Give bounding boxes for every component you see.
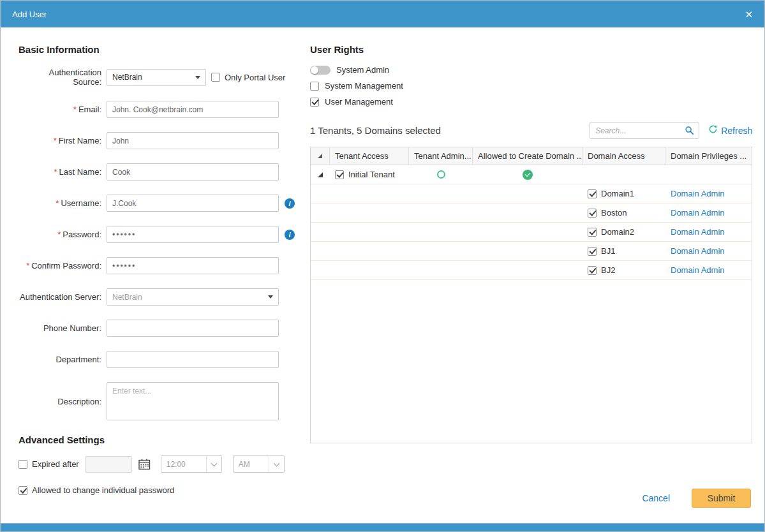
email-row: *Email: <box>19 101 299 118</box>
tenant-row: Initial Tenant <box>311 165 752 184</box>
dialog-titlebar: Add User ✕ <box>1 1 764 27</box>
required-marker: * <box>57 230 61 239</box>
system-management-label: System Management <box>325 81 403 91</box>
last-name-label: *Last Name: <box>19 167 107 177</box>
calendar-icon[interactable] <box>138 459 151 470</box>
close-icon[interactable]: ✕ <box>745 10 753 19</box>
column-header-tenant-access[interactable]: Tenant Access <box>330 147 409 165</box>
tenant-name: Initial Tenant <box>348 170 395 179</box>
domain-privilege-link[interactable]: Domain Admin <box>671 246 725 256</box>
expire-time-select[interactable]: 12:00 <box>161 455 222 473</box>
column-header-tenant-admin[interactable]: Tenant Admin... <box>409 147 473 165</box>
dialog-bottom-bar <box>1 523 764 531</box>
auth-source-select[interactable]: NetBrain <box>107 69 206 86</box>
auth-source-label: Authentication Source: <box>19 68 107 87</box>
table-header-row: Tenant Access Tenant Admin... Allowed to… <box>311 147 752 165</box>
caret-down-icon <box>268 295 273 299</box>
user-rights-section: User Rights System Admin System Manageme… <box>310 35 752 495</box>
expand-icon[interactable] <box>318 172 323 177</box>
info-icon[interactable]: i <box>285 198 295 209</box>
system-management-checkbox[interactable] <box>310 82 319 91</box>
selection-summary: 1 Tenants, 5 Domains selected <box>310 125 590 136</box>
confirm-password-label: *Confirm Password: <box>19 261 107 270</box>
department-label: Department: <box>19 355 107 364</box>
allow-change-password-checkbox[interactable] <box>19 486 27 495</box>
advanced-settings-heading: Advanced Settings <box>19 434 299 445</box>
domain-name: BJ1 <box>601 246 615 256</box>
description-row: Description: <box>19 382 299 420</box>
domain-checkbox[interactable] <box>588 209 597 218</box>
password-label: *Password: <box>19 230 107 239</box>
tenant-admin-ring-icon[interactable] <box>437 170 445 179</box>
username-row: *Username: i <box>19 195 299 212</box>
system-management-row: System Management <box>310 81 752 91</box>
required-marker: * <box>26 261 29 270</box>
column-header-domain-privileges[interactable]: Domain Privileges ... <box>665 147 752 165</box>
allowed-create-domain-check-icon[interactable] <box>523 170 533 180</box>
chevron-down-icon <box>206 456 221 472</box>
cancel-button[interactable]: Cancel <box>642 493 670 503</box>
user-management-checkbox[interactable] <box>310 98 319 107</box>
username-label: *Username: <box>19 198 107 208</box>
domain-privilege-link[interactable]: Domain Admin <box>671 265 725 275</box>
submit-button[interactable]: Submit <box>692 489 751 508</box>
auth-server-label: Authentication Server: <box>19 292 107 302</box>
email-input[interactable] <box>107 101 279 118</box>
domain-privilege-link[interactable]: Domain Admin <box>671 227 725 237</box>
domain-row: Domain2 Domain Admin <box>311 223 752 242</box>
auth-server-select[interactable]: NetBrain <box>107 288 279 306</box>
column-header-domain-access[interactable]: Domain Access <box>583 147 665 165</box>
column-header-allowed-create-domain[interactable]: Allowed to Create Domain ... <box>473 147 583 165</box>
user-management-label: User Management <box>325 97 393 107</box>
department-input[interactable] <box>107 351 279 368</box>
expire-time-value: 12:00 <box>167 460 186 469</box>
search-icon[interactable] <box>685 126 694 135</box>
dialog-footer: Cancel Submit <box>642 489 751 508</box>
refresh-icon <box>708 124 718 137</box>
caret-down-icon <box>195 76 200 79</box>
selection-toolbar: 1 Tenants, 5 Domains selected <box>310 122 752 139</box>
domain-row: Domain1 Domain Admin <box>311 184 752 203</box>
basic-information-section: Basic Information Authentication Source:… <box>19 35 299 495</box>
allow-change-password-label: Allowed to change individual password <box>32 485 174 495</box>
only-portal-user-label: Only Portal User <box>225 73 285 82</box>
expired-after-checkbox[interactable] <box>19 460 27 469</box>
auth-server-row: Authentication Server: NetBrain <box>19 288 299 306</box>
dialog-title: Add User <box>12 10 47 19</box>
chevron-down-icon <box>269 456 284 472</box>
domain-privilege-link[interactable]: Domain Admin <box>671 208 725 218</box>
domain-row: Boston Domain Admin <box>311 203 752 223</box>
phone-input[interactable] <box>107 320 279 337</box>
username-input[interactable] <box>107 195 279 212</box>
expire-ampm-value: AM <box>239 460 250 469</box>
domain-name: Domain1 <box>601 189 634 198</box>
refresh-button[interactable]: Refresh <box>708 124 752 137</box>
domain-checkbox[interactable] <box>588 266 597 275</box>
first-name-input[interactable] <box>107 132 279 149</box>
description-label: Description: <box>19 397 107 406</box>
domain-privilege-link[interactable]: Domain Admin <box>671 189 725 198</box>
tenant-checkbox[interactable] <box>335 170 344 179</box>
domain-checkbox[interactable] <box>588 189 597 198</box>
domain-checkbox[interactable] <box>588 228 597 237</box>
search-input[interactable] <box>590 126 685 135</box>
description-textarea[interactable] <box>107 382 279 420</box>
password-input[interactable] <box>107 226 279 243</box>
expire-ampm-select[interactable]: AM <box>233 455 285 473</box>
confirm-password-input[interactable] <box>107 257 279 274</box>
system-admin-toggle[interactable] <box>310 66 331 75</box>
domain-row: BJ2 Domain Admin <box>311 261 752 280</box>
only-portal-user-checkbox[interactable] <box>211 73 220 82</box>
domain-checkbox[interactable] <box>588 247 597 256</box>
refresh-label: Refresh <box>721 126 752 136</box>
expired-after-row: Expired after <box>19 455 299 473</box>
auth-source-row: Authentication Source: NetBrain Only Por… <box>19 68 299 87</box>
domain-name: Boston <box>601 208 627 218</box>
dialog-body: Basic Information Authentication Source:… <box>1 27 764 495</box>
required-marker: * <box>54 167 57 177</box>
info-icon[interactable]: i <box>285 230 295 240</box>
collapse-all-icon[interactable] <box>318 154 322 158</box>
last-name-input[interactable] <box>107 163 279 181</box>
required-marker: * <box>54 136 57 145</box>
expire-date-input[interactable] <box>85 456 132 473</box>
